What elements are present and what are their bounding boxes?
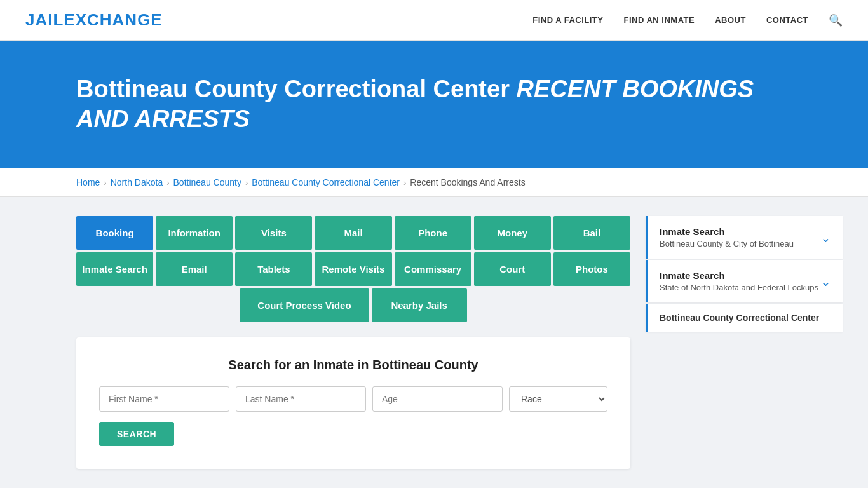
breadcrumb-sep-2: › [166,178,169,187]
search-title: Search for an Inmate in Bottineau County [99,358,607,372]
first-name-input[interactable] [99,386,229,412]
sidebar-card-text-2: Inmate Search State of North Dakota and … [660,270,818,292]
breadcrumb-bccc[interactable]: Bottineau County Correctional Center [252,177,400,187]
tab-money[interactable]: Money [474,216,551,250]
sidebar-bccc-label: Bottineau County Correctional Center [660,313,819,323]
race-select[interactable]: Race All White Black Hispanic Asian Othe… [509,386,607,412]
tab-court[interactable]: Court [474,252,551,286]
search-icon[interactable]: 🔍 [829,13,843,27]
sidebar-inmate-search-state[interactable]: Inmate Search State of North Dakota and … [646,260,843,302]
sidebar-bccc-link[interactable]: Bottineau County Correctional Center [646,304,843,332]
breadcrumb-home[interactable]: Home [76,177,100,187]
age-input[interactable] [372,386,503,412]
sidebar-card-subtitle-2: State of North Dakota and Federal Lockup… [660,283,818,292]
right-sidebar: Inmate Search Bottineau County & City of… [646,216,843,469]
chevron-down-icon-1: ⌄ [820,230,831,245]
site-logo[interactable]: JAILEXCHANGE [25,10,163,30]
breadcrumb-nd[interactable]: North Dakota [111,177,163,187]
tab-information[interactable]: Information [156,216,233,250]
tab-commissary[interactable]: Commissary [395,252,471,286]
last-name-input[interactable] [236,386,366,412]
main-nav: FIND A FACILITY FIND AN INMATE ABOUT CON… [532,13,843,27]
breadcrumb-current: Recent Bookings And Arrests [410,177,525,187]
site-header: JAILEXCHANGE FIND A FACILITY FIND AN INM… [0,0,868,41]
logo-jail: JAIL [25,10,64,29]
inmate-search-card: Search for an Inmate in Bottineau County… [76,337,630,469]
breadcrumb-sep-3: › [245,178,248,187]
sidebar-card-subtitle-1: Bottineau County & City of Bottineau [660,239,794,248]
breadcrumb-bottineau-county[interactable]: Bottineau County [173,177,241,187]
nav-find-facility[interactable]: FIND A FACILITY [532,15,603,25]
tab-inmate-search[interactable]: Inmate Search [76,252,153,286]
tab-row-2: Inmate Search Email Tablets Remote Visit… [76,252,630,286]
page-title-main: Bottineau County Correctional Center [76,76,510,102]
tab-row-1: Booking Information Visits Mail Phone Mo… [76,216,630,250]
tab-mail[interactable]: Mail [315,216,391,250]
tab-photos[interactable]: Photos [553,252,630,286]
breadcrumb: Home › North Dakota › Bottineau County ›… [0,168,868,197]
search-inputs: Race All White Black Hispanic Asian Othe… [99,386,607,412]
tab-phone[interactable]: Phone [395,216,471,250]
tab-nearby-jails[interactable]: Nearby Jails [372,288,467,322]
nav-find-inmate[interactable]: FIND AN INMATE [623,15,695,25]
nav-contact[interactable]: CONTACT [766,15,808,25]
tab-booking[interactable]: Booking [76,216,153,250]
sidebar-card-title-1: Inmate Search [660,226,794,237]
main-content: Booking Information Visits Mail Phone Mo… [0,197,868,488]
breadcrumb-sep-1: › [104,178,106,187]
breadcrumb-sep-4: › [403,178,406,187]
sidebar-inmate-search-local[interactable]: Inmate Search Bottineau County & City of… [646,216,843,259]
left-column: Booking Information Visits Mail Phone Mo… [76,216,630,469]
tab-tablets[interactable]: Tablets [235,252,312,286]
tab-remote-visits[interactable]: Remote Visits [315,252,391,286]
tab-row-3: Court Process Video Nearby Jails [76,288,630,322]
sidebar-card-text-1: Inmate Search Bottineau County & City of… [660,226,794,248]
tab-visits[interactable]: Visits [235,216,312,250]
chevron-down-icon-2: ⌄ [820,274,831,289]
sidebar-card-title-2: Inmate Search [660,270,818,281]
logo-exchange: EXCHANGE [64,10,162,29]
tab-court-process-video[interactable]: Court Process Video [240,288,369,322]
tab-bail[interactable]: Bail [553,216,630,250]
page-title: Bottineau County Correctional Center REC… [76,74,775,135]
tab-email[interactable]: Email [156,252,233,286]
nav-about[interactable]: ABOUT [715,15,746,25]
search-button[interactable]: SEARCH [99,422,174,446]
hero-banner: Bottineau County Correctional Center REC… [0,41,868,168]
